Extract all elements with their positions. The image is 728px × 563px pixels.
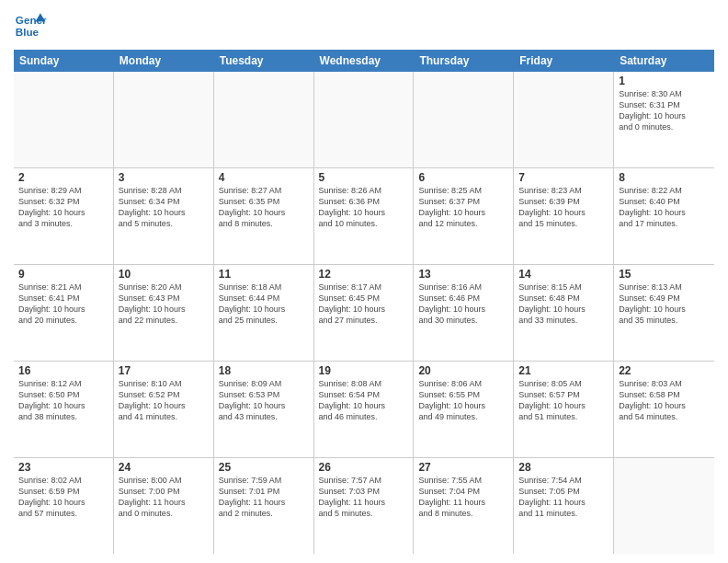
calendar-day-22: 22Sunrise: 8:03 AM Sunset: 6:58 PM Dayli…: [614, 362, 714, 457]
calendar-day-12: 12Sunrise: 8:17 AM Sunset: 6:45 PM Dayli…: [314, 265, 415, 361]
day-number: 20: [418, 364, 508, 377]
calendar-day-20: 20Sunrise: 8:06 AM Sunset: 6:55 PM Dayli…: [414, 362, 514, 457]
day-number: 11: [219, 268, 309, 281]
day-info: Sunrise: 8:20 AM Sunset: 6:43 PM Dayligh…: [119, 282, 209, 327]
day-info: Sunrise: 8:16 AM Sunset: 6:46 PM Dayligh…: [418, 282, 508, 327]
calendar-day-9: 9Sunrise: 8:21 AM Sunset: 6:41 PM Daylig…: [14, 265, 114, 361]
calendar-day-28: 28Sunrise: 7:54 AM Sunset: 7:05 PM Dayli…: [514, 458, 614, 554]
header-day-tuesday: Tuesday: [214, 50, 314, 72]
calendar-day-13: 13Sunrise: 8:16 AM Sunset: 6:46 PM Dayli…: [414, 265, 514, 361]
header-day-wednesday: Wednesday: [314, 50, 415, 72]
day-info: Sunrise: 8:18 AM Sunset: 6:44 PM Dayligh…: [219, 282, 309, 327]
calendar-day-empty: [14, 72, 114, 167]
day-number: 25: [219, 461, 309, 474]
calendar-day-23: 23Sunrise: 8:02 AM Sunset: 6:59 PM Dayli…: [14, 458, 114, 554]
day-number: 15: [619, 268, 710, 281]
calendar-day-15: 15Sunrise: 8:13 AM Sunset: 6:49 PM Dayli…: [614, 265, 714, 361]
calendar-week-5: 23Sunrise: 8:02 AM Sunset: 6:59 PM Dayli…: [14, 458, 714, 554]
calendar-day-14: 14Sunrise: 8:15 AM Sunset: 6:48 PM Dayli…: [514, 265, 614, 361]
calendar-day-26: 26Sunrise: 7:57 AM Sunset: 7:03 PM Dayli…: [314, 458, 415, 554]
header-day-saturday: Saturday: [614, 50, 714, 72]
day-info: Sunrise: 8:30 AM Sunset: 6:31 PM Dayligh…: [619, 88, 710, 133]
calendar-week-2: 2Sunrise: 8:29 AM Sunset: 6:32 PM Daylig…: [14, 168, 714, 265]
calendar-day-24: 24Sunrise: 8:00 AM Sunset: 7:00 PM Dayli…: [114, 458, 214, 554]
day-number: 22: [619, 364, 710, 377]
header: General Blue: [14, 9, 714, 42]
calendar: SundayMondayTuesdayWednesdayThursdayFrid…: [14, 50, 714, 554]
svg-text:Blue: Blue: [16, 26, 40, 38]
calendar-day-2: 2Sunrise: 8:29 AM Sunset: 6:32 PM Daylig…: [14, 168, 114, 264]
day-info: Sunrise: 8:09 AM Sunset: 6:53 PM Dayligh…: [219, 378, 309, 423]
day-info: Sunrise: 8:26 AM Sunset: 6:36 PM Dayligh…: [319, 185, 409, 230]
calendar-header: SundayMondayTuesdayWednesdayThursdayFrid…: [14, 50, 714, 72]
day-info: Sunrise: 8:06 AM Sunset: 6:55 PM Dayligh…: [418, 378, 508, 423]
day-info: Sunrise: 8:17 AM Sunset: 6:45 PM Dayligh…: [319, 282, 409, 327]
day-info: Sunrise: 7:54 AM Sunset: 7:05 PM Dayligh…: [518, 475, 609, 520]
calendar-day-19: 19Sunrise: 8:08 AM Sunset: 6:54 PM Dayli…: [314, 362, 415, 457]
day-number: 13: [418, 268, 508, 281]
header-day-friday: Friday: [514, 50, 614, 72]
day-info: Sunrise: 8:22 AM Sunset: 6:40 PM Dayligh…: [619, 185, 710, 230]
day-info: Sunrise: 8:23 AM Sunset: 6:39 PM Dayligh…: [518, 185, 609, 230]
calendar-day-4: 4Sunrise: 8:27 AM Sunset: 6:35 PM Daylig…: [214, 168, 314, 264]
calendar-day-empty: [514, 72, 614, 167]
calendar-day-21: 21Sunrise: 8:05 AM Sunset: 6:57 PM Dayli…: [514, 362, 614, 457]
calendar-day-17: 17Sunrise: 8:10 AM Sunset: 6:52 PM Dayli…: [114, 362, 214, 457]
page-container: General Blue SundayMondayTuesdayWednesda…: [0, 0, 728, 563]
day-number: 27: [418, 461, 508, 474]
day-number: 19: [319, 364, 409, 377]
calendar-day-empty: [314, 72, 415, 167]
day-number: 21: [518, 364, 609, 377]
day-info: Sunrise: 8:21 AM Sunset: 6:41 PM Dayligh…: [18, 282, 108, 327]
calendar-day-18: 18Sunrise: 8:09 AM Sunset: 6:53 PM Dayli…: [214, 362, 314, 457]
day-number: 7: [518, 171, 609, 184]
day-info: Sunrise: 7:59 AM Sunset: 7:01 PM Dayligh…: [219, 475, 309, 520]
day-number: 18: [219, 364, 309, 377]
calendar-week-3: 9Sunrise: 8:21 AM Sunset: 6:41 PM Daylig…: [14, 265, 714, 362]
day-info: Sunrise: 8:05 AM Sunset: 6:57 PM Dayligh…: [518, 378, 609, 423]
header-day-sunday: Sunday: [14, 50, 114, 72]
day-number: 17: [119, 364, 209, 377]
day-number: 8: [619, 171, 710, 184]
day-number: 10: [119, 268, 209, 281]
day-info: Sunrise: 8:03 AM Sunset: 6:58 PM Dayligh…: [619, 378, 710, 423]
calendar-day-6: 6Sunrise: 8:25 AM Sunset: 6:37 PM Daylig…: [414, 168, 514, 264]
day-info: Sunrise: 7:57 AM Sunset: 7:03 PM Dayligh…: [319, 475, 409, 520]
day-info: Sunrise: 8:08 AM Sunset: 6:54 PM Dayligh…: [319, 378, 409, 423]
day-info: Sunrise: 8:27 AM Sunset: 6:35 PM Dayligh…: [219, 185, 309, 230]
calendar-day-5: 5Sunrise: 8:26 AM Sunset: 6:36 PM Daylig…: [314, 168, 415, 264]
day-number: 2: [18, 171, 108, 184]
calendar-day-empty: [414, 72, 514, 167]
calendar-week-1: 1Sunrise: 8:30 AM Sunset: 6:31 PM Daylig…: [14, 72, 714, 168]
day-number: 23: [18, 461, 108, 474]
calendar-day-27: 27Sunrise: 7:55 AM Sunset: 7:04 PM Dayli…: [414, 458, 514, 554]
day-number: 28: [518, 461, 609, 474]
calendar-day-1: 1Sunrise: 8:30 AM Sunset: 6:31 PM Daylig…: [614, 72, 714, 167]
day-info: Sunrise: 8:25 AM Sunset: 6:37 PM Dayligh…: [418, 185, 508, 230]
day-info: Sunrise: 8:12 AM Sunset: 6:50 PM Dayligh…: [18, 378, 108, 423]
calendar-week-4: 16Sunrise: 8:12 AM Sunset: 6:50 PM Dayli…: [14, 362, 714, 458]
calendar-day-3: 3Sunrise: 8:28 AM Sunset: 6:34 PM Daylig…: [114, 168, 214, 264]
day-number: 9: [18, 268, 108, 281]
day-info: Sunrise: 8:28 AM Sunset: 6:34 PM Dayligh…: [119, 185, 209, 230]
day-number: 16: [18, 364, 108, 377]
header-day-thursday: Thursday: [414, 50, 514, 72]
day-number: 4: [219, 171, 309, 184]
day-number: 14: [518, 268, 609, 281]
calendar-day-8: 8Sunrise: 8:22 AM Sunset: 6:40 PM Daylig…: [614, 168, 714, 264]
day-info: Sunrise: 8:29 AM Sunset: 6:32 PM Dayligh…: [18, 185, 108, 230]
day-number: 1: [619, 75, 710, 87]
day-info: Sunrise: 7:55 AM Sunset: 7:04 PM Dayligh…: [418, 475, 508, 520]
calendar-body: 1Sunrise: 8:30 AM Sunset: 6:31 PM Daylig…: [14, 72, 714, 554]
calendar-day-empty: [214, 72, 314, 167]
day-info: Sunrise: 8:13 AM Sunset: 6:49 PM Dayligh…: [619, 282, 710, 327]
calendar-day-10: 10Sunrise: 8:20 AM Sunset: 6:43 PM Dayli…: [114, 265, 214, 361]
calendar-day-25: 25Sunrise: 7:59 AM Sunset: 7:01 PM Dayli…: [214, 458, 314, 554]
day-number: 3: [119, 171, 209, 184]
header-day-monday: Monday: [114, 50, 214, 72]
calendar-day-16: 16Sunrise: 8:12 AM Sunset: 6:50 PM Dayli…: [14, 362, 114, 457]
day-number: 5: [319, 171, 409, 184]
calendar-day-7: 7Sunrise: 8:23 AM Sunset: 6:39 PM Daylig…: [514, 168, 614, 264]
calendar-day-empty: [614, 458, 714, 554]
logo: General Blue: [14, 9, 47, 42]
